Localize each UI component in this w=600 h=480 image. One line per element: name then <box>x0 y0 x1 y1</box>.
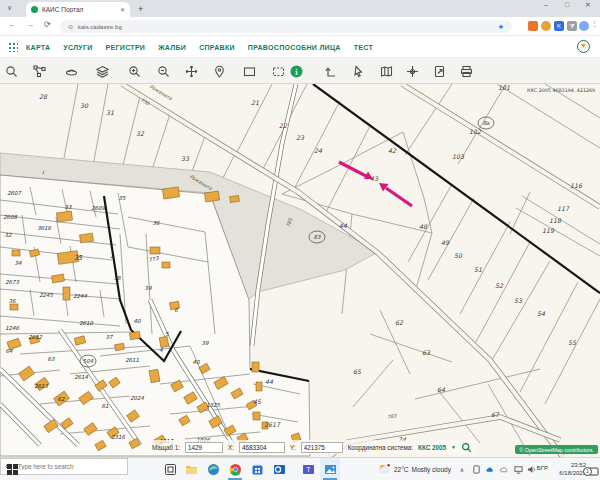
scale-input[interactable] <box>185 442 223 453</box>
extensions-puzzle-icon[interactable]: ⧩ <box>567 21 577 31</box>
corner-arrow-tool-icon[interactable] <box>324 64 338 78</box>
back-icon[interactable]: ← <box>8 20 16 29</box>
tab-search-chevron-icon[interactable]: ∨ <box>7 4 12 12</box>
nav-item-2[interactable]: РЕГИСТРИ <box>106 44 146 51</box>
cadastral-map[interactable]: 2830313233212223244243444849505152535455… <box>0 84 600 457</box>
svg-text:62: 62 <box>58 396 65 402</box>
url-input[interactable]: ⊙ kais.cadastre.bg ★ <box>60 20 512 33</box>
crs-select[interactable]: ККС 2005 <box>418 444 446 451</box>
teams-button[interactable]: T <box>298 458 318 480</box>
extent-tool-icon[interactable] <box>243 64 257 78</box>
user-menu-button[interactable]: ▼ <box>577 40 590 53</box>
browser-menu-icon[interactable]: ⋮ <box>591 20 598 28</box>
notification-center-button[interactable]: 1 <box>588 463 599 474</box>
browser-tab[interactable]: КАИС Портал ✕ <box>26 2 130 17</box>
svg-text:2609: 2609 <box>91 205 105 211</box>
extension-fox-icon[interactable] <box>528 21 538 31</box>
map-search-icon[interactable] <box>461 442 472 453</box>
map-toolbar: i <box>0 58 600 84</box>
onedrive-icon[interactable] <box>484 458 496 480</box>
site-info-icon[interactable]: ⊙ <box>68 23 73 30</box>
layers-tool-icon[interactable] <box>96 64 110 78</box>
svg-text:35: 35 <box>119 195 126 201</box>
window-close-button[interactable]: ✕ <box>582 1 594 9</box>
zoom-in-tool-icon[interactable] <box>128 64 142 78</box>
svg-text:43: 43 <box>370 175 379 182</box>
bookmark-star-icon[interactable]: ★ <box>498 23 504 31</box>
apps-grid-icon[interactable] <box>8 42 18 52</box>
crosshair-tool-icon[interactable] <box>406 64 420 78</box>
volume-icon[interactable] <box>525 458 537 480</box>
svg-text:8а: 8а <box>483 120 490 126</box>
nav-item-6[interactable]: ТЕСТ <box>354 44 373 51</box>
svg-text:39: 39 <box>145 285 152 291</box>
route-tool-icon[interactable] <box>33 64 47 78</box>
map-container: 2830313233212223244243444849505152535455… <box>0 84 600 457</box>
weather-icon <box>378 463 391 475</box>
nav-item-1[interactable]: УСЛУГИ <box>63 44 92 51</box>
select-pointer-tool-icon[interactable] <box>352 64 366 78</box>
tab-close-icon[interactable]: ✕ <box>120 6 125 13</box>
nav-item-4[interactable]: СПРАВКИ <box>199 44 235 51</box>
map-tool-icon[interactable] <box>380 64 394 78</box>
crs-caret-icon[interactable]: ▼ <box>451 444 456 450</box>
svg-text:119: 119 <box>542 227 555 234</box>
cloud-icon[interactable] <box>498 458 510 480</box>
task-view-button[interactable] <box>160 458 180 480</box>
chrome-button[interactable] <box>225 458 245 480</box>
svg-text:62: 62 <box>395 319 404 326</box>
nav-item-3[interactable]: ЖАЛБИ <box>158 44 186 51</box>
svg-text:2673: 2673 <box>5 279 19 285</box>
weather-temp: 22°C <box>394 466 409 473</box>
svg-text:28: 28 <box>39 93 48 100</box>
nav-item-5[interactable]: ПРАВОСПОСОБНИ ЛИЦА <box>248 44 341 51</box>
reload-icon[interactable]: ⟳ <box>44 20 51 29</box>
outlook-button[interactable] <box>269 458 289 480</box>
browser-address-bar: ← → ⟳ ⊙ kais.cadastre.bg ★ K ⧩ ⋮ <box>0 17 600 36</box>
weather-widget[interactable]: 22°C Mostly cloudy <box>378 460 451 478</box>
crs-label: Координатна система: <box>348 444 413 451</box>
window-minimize-button[interactable]: – <box>540 1 552 9</box>
svg-text:2316: 2316 <box>111 434 125 440</box>
svg-text:33: 33 <box>65 204 72 210</box>
new-tab-button[interactable]: + <box>138 4 143 14</box>
y-coordinate-input[interactable] <box>301 442 343 453</box>
extension-coin-icon[interactable] <box>541 21 551 31</box>
extension-k-icon[interactable]: K <box>554 21 564 31</box>
print-tool-icon[interactable] <box>460 64 474 78</box>
map-attribution[interactable]: © OpenStreetMap contributors. <box>515 445 598 454</box>
photos-button[interactable] <box>320 458 340 480</box>
svg-text:2611: 2611 <box>125 357 139 363</box>
pan-tool-icon[interactable] <box>185 64 199 78</box>
svg-text:6: 6 <box>174 307 178 313</box>
start-button[interactable] <box>4 458 20 480</box>
file-explorer-button[interactable] <box>181 458 201 480</box>
nav-item-0[interactable]: КАРТА <box>26 44 50 51</box>
network-icon[interactable] <box>512 458 524 480</box>
svg-text:40: 40 <box>134 318 141 324</box>
svg-text:36: 36 <box>9 298 16 304</box>
taskbar-search-input[interactable] <box>16 462 123 471</box>
page-export-tool-icon[interactable] <box>433 64 447 78</box>
language-indicator[interactable]: БГР <box>537 465 548 471</box>
browser-tab-strip: ∨ КАИС Портал ✕ + – □ ✕ <box>0 0 600 17</box>
layer-visibility-tool-icon[interactable] <box>65 64 79 78</box>
svg-text:21: 21 <box>251 99 259 106</box>
store-button[interactable] <box>247 458 267 480</box>
extent-dashed-tool-icon[interactable] <box>272 64 286 78</box>
tray-device-icon[interactable] <box>470 458 482 480</box>
tray-expand-button[interactable]: ∧ <box>456 458 468 480</box>
svg-text:2608: 2608 <box>3 214 17 220</box>
taskbar-clock[interactable]: 23:52 6/18/2025 <box>559 461 586 477</box>
window-maximize-button[interactable]: □ <box>561 1 573 9</box>
svg-text:31: 31 <box>106 109 114 116</box>
search-tool-icon[interactable] <box>5 64 19 78</box>
profile-avatar[interactable] <box>579 21 589 31</box>
edge-button[interactable] <box>203 458 223 480</box>
zoom-out-tool-icon[interactable] <box>157 64 171 78</box>
location-pin-tool-icon[interactable] <box>213 64 227 78</box>
svg-text:48: 48 <box>419 223 428 230</box>
x-coordinate-input[interactable] <box>239 442 285 453</box>
info-tool-icon[interactable]: i <box>290 64 304 78</box>
forward-icon[interactable]: → <box>26 20 34 29</box>
